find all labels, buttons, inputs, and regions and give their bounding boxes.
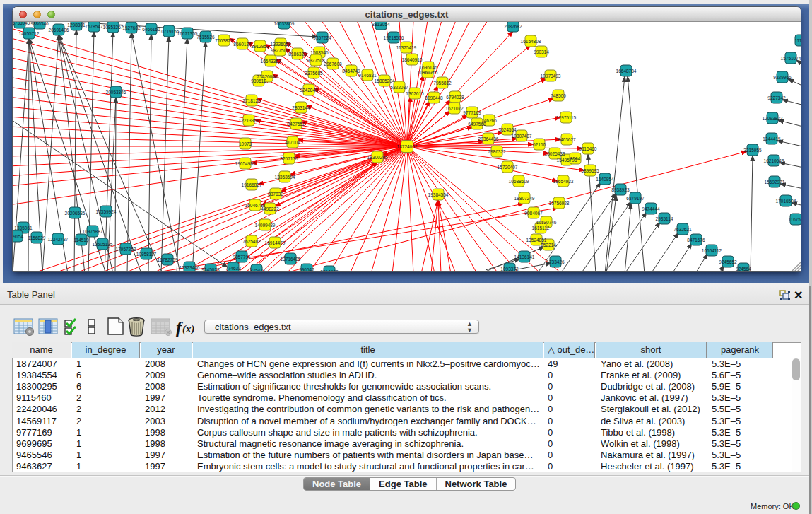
- svg-text:10958117: 10958117: [136, 252, 157, 257]
- svg-text:6497568: 6497568: [468, 122, 486, 127]
- svg-text:15751074: 15751074: [781, 56, 801, 61]
- svg-text:9327508: 9327508: [307, 58, 325, 63]
- svg-text:9463627: 9463627: [558, 137, 576, 142]
- svg-text:19218506: 19218506: [384, 35, 404, 40]
- svg-text:12505135: 12505135: [93, 242, 113, 247]
- svg-text:11325419: 11325419: [396, 45, 417, 50]
- svg-text:7663822: 7663822: [215, 38, 233, 43]
- svg-text:10961765: 10961765: [418, 70, 438, 75]
- svg-text:989618: 989618: [251, 78, 266, 83]
- svg-text:9357224: 9357224: [313, 35, 331, 40]
- svg-text:1335061: 1335061: [14, 226, 33, 230]
- svg-text:9886340: 9886340: [30, 22, 49, 26]
- svg-text:924564: 924564: [736, 267, 751, 271]
- svg-text:1615112: 1615112: [532, 226, 550, 230]
- svg-text:19384554: 19384554: [428, 192, 449, 197]
- svg-text:14136141: 14136141: [514, 255, 535, 259]
- svg-text:10807487: 10807487: [512, 134, 532, 139]
- svg-text:6879197: 6879197: [626, 196, 645, 201]
- svg-text:13353594: 13353594: [275, 175, 295, 180]
- svg-text:8814432: 8814432: [320, 269, 339, 272]
- svg-text:8660124: 8660124: [233, 42, 252, 47]
- svg-text:7955812: 7955812: [433, 81, 452, 86]
- svg-text:16671355: 16671355: [177, 31, 198, 36]
- svg-text:20053346: 20053346: [106, 90, 126, 95]
- svg-text:9115460: 9115460: [579, 146, 597, 151]
- svg-text:12093822: 12093822: [763, 116, 783, 121]
- svg-text:18640910: 18640910: [402, 57, 423, 62]
- svg-text:19654923: 19654923: [553, 179, 574, 184]
- svg-text:6899695: 6899695: [581, 168, 599, 173]
- svg-text:10756928: 10756928: [549, 201, 570, 206]
- svg-text:8427552: 8427552: [287, 122, 305, 127]
- svg-text:9777169: 9777169: [463, 110, 481, 115]
- svg-text:114519: 114519: [73, 238, 89, 243]
- svg-text:7625402: 7625402: [242, 239, 261, 244]
- svg-text:7515526: 7515526: [196, 35, 215, 40]
- svg-text:16154808: 16154808: [521, 39, 541, 44]
- svg-text:8186328: 8186328: [288, 52, 307, 57]
- svg-text:252214: 252214: [541, 243, 556, 247]
- svg-text:1588546: 1588546: [310, 50, 329, 55]
- svg-text:13226058: 13226058: [271, 42, 291, 47]
- svg-text:2803144: 2803144: [292, 105, 310, 110]
- svg-text:1362615: 1362615: [406, 91, 424, 96]
- svg-text:(x): (x): [182, 323, 195, 335]
- svg-text:990314: 990314: [534, 49, 549, 54]
- svg-text:774633: 774633: [225, 266, 241, 271]
- svg-text:2935114: 2935114: [656, 216, 673, 221]
- svg-text:17957253: 17957253: [116, 247, 136, 252]
- svg-text:20364436: 20364436: [478, 136, 499, 141]
- svg-text:990547: 990547: [299, 267, 314, 272]
- svg-text:6466160: 6466160: [142, 27, 160, 32]
- svg-text:9474444: 9474444: [642, 206, 660, 211]
- svg-text:8813054: 8813054: [372, 22, 390, 27]
- svg-text:8990448: 8990448: [425, 95, 443, 100]
- svg-text:2087682: 2087682: [504, 24, 522, 29]
- svg-text:4498222: 4498222: [261, 206, 279, 211]
- svg-text:19166827: 19166827: [242, 182, 262, 187]
- svg-text:116753: 116753: [788, 217, 801, 222]
- svg-text:15885204: 15885204: [375, 78, 395, 83]
- svg-text:9245652: 9245652: [719, 259, 737, 264]
- svg-text:9084067: 9084067: [524, 211, 543, 216]
- svg-text:16210643: 16210643: [764, 158, 784, 163]
- svg-text:1733426: 1733426: [546, 259, 565, 264]
- svg-text:8471676: 8471676: [687, 238, 705, 243]
- svg-text:1621072: 1621072: [445, 106, 464, 111]
- svg-text:16543362: 16543362: [261, 59, 281, 64]
- svg-text:15692971: 15692971: [765, 180, 785, 185]
- svg-text:18807249: 18807249: [514, 196, 535, 201]
- svg-text:8938923: 8938923: [611, 187, 630, 192]
- svg-text:10120746: 10120746: [536, 220, 557, 225]
- svg-text:7678547: 7678547: [85, 24, 103, 29]
- svg-text:1093372: 1093372: [500, 267, 519, 271]
- svg-text:13716485: 13716485: [281, 257, 301, 262]
- svg-text:8912953: 8912953: [251, 44, 269, 49]
- svg-text:9329966: 9329966: [773, 75, 792, 80]
- svg-text:1244415: 1244415: [763, 136, 781, 141]
- svg-text:3624554: 3624554: [498, 127, 517, 132]
- svg-text:3215955: 3215955: [743, 148, 762, 153]
- svg-text:10973: 10973: [239, 141, 252, 146]
- svg-text:10973493: 10973493: [541, 74, 561, 78]
- svg-text:16648784: 16648784: [616, 69, 637, 74]
- svg-text:16914479: 16914479: [265, 240, 286, 245]
- svg-text:10688609: 10688609: [509, 179, 529, 184]
- svg-text:14055712: 14055712: [19, 31, 40, 36]
- svg-text:20206535: 20206535: [65, 211, 86, 216]
- svg-text:9245023: 9245023: [201, 267, 220, 272]
- svg-text:15720407: 15720407: [498, 165, 518, 170]
- svg-text:19654985: 19654985: [235, 161, 256, 166]
- svg-text:17016504: 17016504: [776, 199, 796, 204]
- svg-text:39154: 39154: [13, 234, 23, 239]
- svg-text:887833: 887833: [268, 192, 283, 197]
- svg-text:417004: 417004: [285, 140, 300, 145]
- svg-text:9857791: 9857791: [233, 255, 251, 259]
- svg-text:2718126: 2718126: [242, 98, 261, 103]
- svg-text:16738949: 16738949: [13, 22, 30, 25]
- svg-text:11124: 11124: [794, 38, 801, 43]
- svg-text:7986322: 7986322: [488, 149, 506, 154]
- svg-text:16782759: 16782759: [158, 257, 178, 262]
- svg-text:2967608: 2967608: [324, 62, 342, 66]
